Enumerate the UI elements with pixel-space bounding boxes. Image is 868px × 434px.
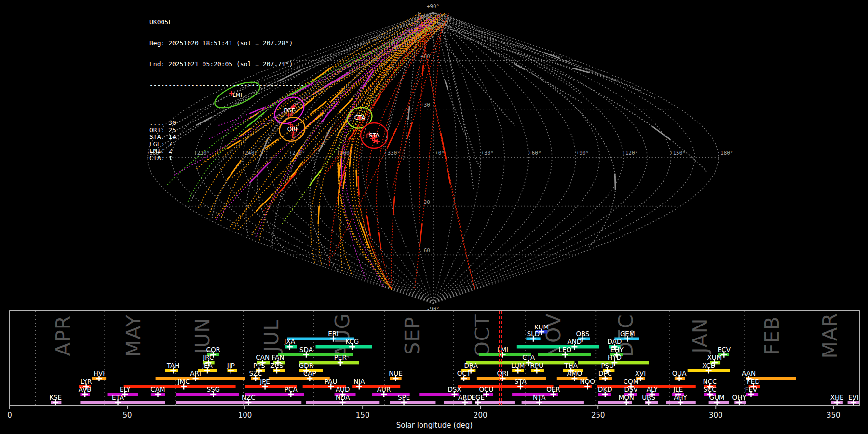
month-label-APR: APR (52, 315, 75, 356)
shower-label-DAD: DAD (607, 338, 622, 345)
shower-bar-NTA (522, 401, 584, 404)
shower-label-PSU: PSU (601, 362, 614, 369)
x-axis-tick-label: 0 (7, 411, 12, 420)
shower-row-lime-green: CORSDALMILEOEHYECV (206, 346, 731, 358)
month-label-SEP: SEP (401, 316, 424, 355)
x-axis-tick-label: 100 (238, 411, 252, 420)
shower-label-AVB: AVB (79, 385, 92, 393)
shower-label-ERI: ERI (328, 330, 339, 338)
shower-label-JRC: JRC (203, 353, 214, 361)
shower-label-NUE: NUE (389, 369, 403, 377)
meteor-trail-spo (446, 14, 584, 96)
meteor-streak-spo (652, 127, 670, 139)
shower-label-CAN: CAN (256, 353, 270, 361)
x-axis-title: Solar longitude (deg) (396, 421, 473, 430)
shower-label-LEO: LEO (559, 346, 572, 353)
shower-label-PCA: PCA (285, 385, 298, 393)
shower-row-red: LYRJMCJPEPAUNIASTANOOCOMNCCFED (79, 378, 760, 390)
shower-label-XHE: XHE (830, 393, 844, 401)
shower-label-JMC: JMC (177, 378, 190, 385)
radiant-point-marker (375, 139, 380, 144)
shower-bar-CAP (269, 377, 330, 380)
shower-label-NZC: NZC (242, 393, 256, 401)
shower-label-SSG: SSG (206, 385, 220, 393)
shower-label-SLD: SLD (527, 330, 540, 338)
legend-separator: ----------------------------------------… (149, 82, 304, 89)
shower-label-THA: THA (564, 362, 578, 369)
x-axis-tick-label: 150 (356, 411, 370, 420)
shower-label-SDA: SDA (299, 346, 313, 353)
shower-label-XCB: XCB (702, 362, 715, 369)
shower-label-COR: COR (206, 346, 220, 353)
shower-label-XVI: XVI (635, 369, 646, 377)
shower-label-URS: URS (642, 393, 655, 401)
shower-label-QUA: QUA (672, 369, 687, 377)
shower-bar-ERI (287, 338, 354, 341)
meteor-streak-ORI (331, 88, 344, 101)
shower-bar-STA (458, 385, 554, 388)
shower-label-NOO: NOO (580, 378, 595, 385)
shower-label-LUM: LUM (511, 362, 525, 369)
shower-label-CTA: CTA (522, 353, 535, 361)
shower-label-CAM: CAM (150, 385, 165, 393)
ecliptic-longitude-label: +0° (435, 150, 445, 156)
meteor-observation-screen: +180°+150°+120°+90°+60°+30°+0°+330°+300°… (0, 0, 868, 434)
shower-label-ARD: ARD (458, 393, 472, 401)
legend-count-row: LMI: 2 (149, 148, 304, 155)
legend-count-row: CTA: 1 (149, 155, 304, 162)
north-pole-label: +90° (427, 3, 440, 10)
shower-bar-ORI (477, 377, 546, 380)
ecliptic-latitude-label: +30 (420, 102, 430, 108)
meteor-trail-spo (428, 20, 467, 137)
ecliptic-longitude-label: +90° (576, 150, 589, 156)
shower-label-NCC: NCC (703, 378, 717, 385)
meteor-streak-STA (358, 176, 359, 195)
shower-label-JEA: JEA (202, 362, 213, 369)
shower-label-OCT: OCT (457, 369, 471, 377)
shower-label-AMO: AMO (567, 369, 583, 377)
shower-label-DSV: DSV (624, 385, 638, 393)
shower-label-ELY: ELY (120, 385, 131, 393)
x-axis-tick-label: 200 (474, 411, 488, 420)
x-axis-tick-label: 50 (122, 411, 132, 420)
meteor-streak-STA (388, 129, 396, 147)
meteor-trail-STA (419, 20, 428, 225)
shower-label-SZC: SZC (249, 369, 262, 377)
shower-label-NIA: NIA (353, 378, 365, 385)
meteor-plot-canvas: +180°+150°+120°+90°+60°+30°+0°+330°+300°… (0, 0, 868, 434)
activity-timeline-chart: APRMAYJUNJULAUGSEPOCTNOVDECJANFEBMARKUME… (7, 311, 859, 430)
legend-count-row: ...: 30 (149, 120, 304, 127)
meteor-streak-STA (420, 224, 422, 245)
shower-bar-SSG (176, 393, 239, 396)
shower-label-AAN: AAN (742, 369, 756, 377)
shower-bar-ARI (156, 377, 245, 380)
begin-time-line: Beg: 20251020 18:51:41 (sol = 207.28°) (149, 40, 304, 47)
shower-label-XUM: XUM (707, 353, 722, 361)
shower-label-ALY: ALY (647, 385, 658, 393)
shower-label-KSE: KSE (49, 393, 62, 401)
shower-label-TAH: TAH (166, 362, 180, 369)
month-label-MAY: MAY (122, 314, 145, 357)
shower-rows: KUMERISLDOBSGEMJXAKCGANDDADCORSDALMILEOE… (49, 323, 859, 406)
ecliptic-longitude-label: +30° (481, 150, 494, 156)
meteor-streak-STA (422, 65, 423, 75)
grid-meridian (290, 12, 433, 303)
meteor-trail-ORI (318, 27, 436, 265)
shower-label-AUD: AUD (336, 385, 350, 393)
legend-count-row: ORI: 25 (149, 127, 304, 134)
shower-label-DKD: DKD (598, 385, 612, 393)
shower-label-RPU: RPU (530, 362, 543, 369)
ecliptic-latitude-label: -30 (420, 199, 430, 205)
shower-label-OCU: OCU (479, 385, 493, 393)
meteor-streak-ORI (311, 102, 326, 114)
shower-label-ZCS: ZCS (270, 362, 283, 369)
shower-label-JXA: JXA (284, 338, 296, 345)
south-pole-label: -90° (427, 306, 440, 312)
shower-label-PPS: PPS (253, 362, 265, 369)
shower-label-OER: OER (546, 385, 560, 393)
meteor-streak-STA (393, 198, 394, 215)
station-id: UK005L (149, 19, 304, 26)
month-label-OCT: OCT (471, 314, 494, 357)
x-axis-tick-label: 250 (591, 411, 605, 420)
shower-label-JIP: JIP (227, 362, 235, 369)
